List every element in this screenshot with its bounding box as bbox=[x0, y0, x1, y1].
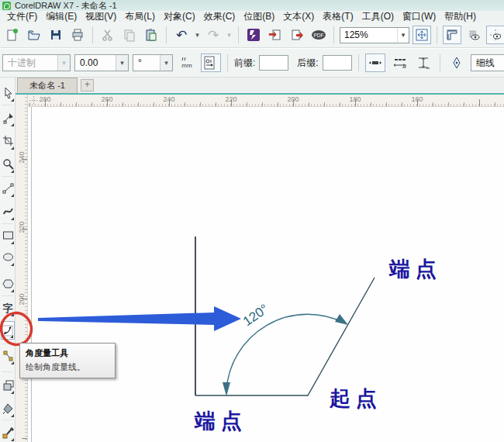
new-tab-button[interactable]: + bbox=[81, 79, 94, 92]
print-icon bbox=[71, 28, 85, 42]
dimension-text-vertical-icon bbox=[416, 55, 431, 71]
tool-tooltip: 角度量工具 绘制角度量线。 bbox=[19, 343, 116, 378]
horizontal-ruler[interactable]: 280 260 240 220 200 180 160 bbox=[28, 95, 504, 107]
grid-icon bbox=[468, 29, 480, 41]
vertical-ruler[interactable]: 240 220 200 180 bbox=[16, 95, 28, 442]
rectangle-tool[interactable] bbox=[1, 226, 15, 245]
text-horizontal-button[interactable] bbox=[389, 54, 409, 72]
crop-tool-icon bbox=[2, 135, 14, 147]
vruler-label: 220 bbox=[18, 221, 26, 233]
toolbar-separator bbox=[166, 26, 167, 43]
menu-edit[interactable]: 编辑(E) bbox=[46, 11, 77, 22]
artistic-media-tool[interactable] bbox=[1, 202, 15, 221]
menu-text[interactable]: 文本(X) bbox=[283, 11, 314, 22]
menu-layout[interactable]: 布局(L) bbox=[125, 11, 155, 22]
shape-tool[interactable] bbox=[1, 109, 15, 127]
prefix-label: 前缀: bbox=[234, 57, 255, 70]
paste-button[interactable] bbox=[142, 26, 161, 44]
export-button[interactable] bbox=[288, 26, 306, 44]
angle-lines[interactable] bbox=[195, 278, 375, 395]
crop-tool[interactable] bbox=[1, 132, 15, 150]
fill-tool[interactable] bbox=[1, 399, 15, 418]
redo-dropdown-arrow[interactable]: ▾ bbox=[226, 31, 233, 39]
paste-clipboard-icon bbox=[144, 28, 158, 42]
show-rulers-button[interactable] bbox=[443, 26, 461, 44]
suffix-input[interactable] bbox=[323, 55, 352, 71]
zoom-level-combo[interactable]: 125% ▾ bbox=[340, 27, 409, 43]
guidelines-icon bbox=[489, 29, 502, 41]
dimension-text-center-icon bbox=[368, 55, 383, 71]
open-button[interactable] bbox=[25, 26, 43, 44]
dimension-arc[interactable] bbox=[226, 314, 343, 390]
fullscreen-preview-button[interactable] bbox=[413, 26, 431, 44]
toolbox-separator bbox=[2, 420, 13, 420]
undo-button[interactable]: ↶ bbox=[172, 26, 191, 44]
units-mm-icon: mm bbox=[179, 55, 195, 71]
zoom-tool[interactable] bbox=[1, 155, 15, 174]
publish-pdf-button[interactable]: PDF bbox=[309, 26, 328, 44]
dynamic-dimension-icon bbox=[203, 55, 219, 71]
menu-table[interactable]: 表格(T) bbox=[323, 11, 353, 22]
dynamic-dimensioning-button[interactable] bbox=[201, 54, 221, 72]
fullscreen-icon bbox=[416, 29, 428, 41]
open-folder-icon bbox=[27, 28, 41, 42]
ruler-ticks bbox=[22, 95, 27, 442]
text-centered-button[interactable] bbox=[365, 54, 385, 72]
save-button[interactable] bbox=[47, 26, 65, 44]
polygon-icon bbox=[2, 278, 14, 290]
connector-icon bbox=[2, 350, 14, 362]
menu-view[interactable]: 视图(V) bbox=[85, 11, 116, 22]
menu-help[interactable]: 帮助(H) bbox=[444, 11, 476, 22]
menu-window[interactable]: 窗口(W) bbox=[402, 11, 436, 22]
drawing-layer: 120° 端点 起点 端点 bbox=[28, 107, 504, 442]
show-guidelines-button[interactable] bbox=[486, 26, 504, 44]
dimension-units-value: ° bbox=[133, 57, 160, 68]
menu-tools[interactable]: 工具(O) bbox=[362, 11, 394, 22]
new-document-button[interactable] bbox=[3, 26, 22, 44]
dimension-style-combo[interactable]: 十进制 ▾ bbox=[2, 54, 71, 71]
endpoint-top-label: 端点 bbox=[388, 257, 442, 281]
hruler-label: 260 bbox=[101, 95, 112, 103]
outline-width-combo[interactable]: 细线 bbox=[471, 54, 504, 71]
color-eyedropper-tool[interactable] bbox=[1, 423, 15, 442]
toolbox-separator bbox=[2, 105, 13, 105]
hruler-label: 180 bbox=[349, 95, 361, 103]
show-units-button[interactable]: mm bbox=[177, 54, 197, 72]
rectangle-icon bbox=[2, 230, 14, 242]
redo-button[interactable]: ↷ bbox=[204, 26, 223, 44]
import-icon bbox=[268, 28, 282, 42]
outline-pen-button[interactable] bbox=[447, 54, 467, 72]
suffix-label: 后缀: bbox=[297, 57, 318, 70]
polygon-tool[interactable] bbox=[1, 275, 15, 293]
show-grid-button[interactable] bbox=[464, 26, 483, 44]
shape-tool-icon bbox=[2, 112, 14, 124]
cut-button[interactable] bbox=[98, 26, 117, 44]
print-button[interactable] bbox=[68, 26, 87, 44]
chevron-down-icon[interactable]: ▾ bbox=[397, 28, 409, 43]
import-button[interactable] bbox=[266, 26, 285, 44]
ellipse-tool[interactable] bbox=[1, 248, 15, 267]
toolbar-separator bbox=[227, 54, 228, 71]
menu-effects[interactable]: 效果(C) bbox=[204, 11, 236, 22]
highlight-circle bbox=[0, 311, 34, 347]
dimension-units-combo[interactable]: ° ▾ bbox=[133, 54, 173, 71]
menu-file[interactable]: 文件(F) bbox=[7, 11, 37, 22]
connect-button[interactable] bbox=[244, 26, 263, 44]
text-vertical-button[interactable] bbox=[413, 54, 433, 72]
undo-dropdown-arrow[interactable]: ▾ bbox=[194, 31, 201, 39]
save-icon bbox=[49, 28, 63, 42]
zoom-level-value: 125% bbox=[340, 29, 397, 40]
dimension-precision-combo[interactable]: 0.00 ▾ bbox=[74, 54, 129, 71]
pick-tool[interactable] bbox=[1, 84, 15, 102]
freehand-tool[interactable] bbox=[1, 179, 15, 198]
tab-untitled-document[interactable]: 未命名 -1 bbox=[17, 78, 78, 93]
prefix-input[interactable] bbox=[259, 55, 288, 71]
magnifier-icon bbox=[2, 158, 14, 171]
copy-button[interactable] bbox=[120, 26, 139, 44]
menu-object[interactable]: 对象(C) bbox=[164, 11, 195, 22]
menu-bitmaps[interactable]: 位图(B) bbox=[243, 11, 274, 22]
connector-tool[interactable] bbox=[1, 347, 15, 365]
endpoint-bottom-label: 端点 bbox=[194, 409, 247, 433]
interactive-effects-tool[interactable] bbox=[1, 376, 15, 395]
cut-scissors-icon bbox=[101, 28, 115, 42]
